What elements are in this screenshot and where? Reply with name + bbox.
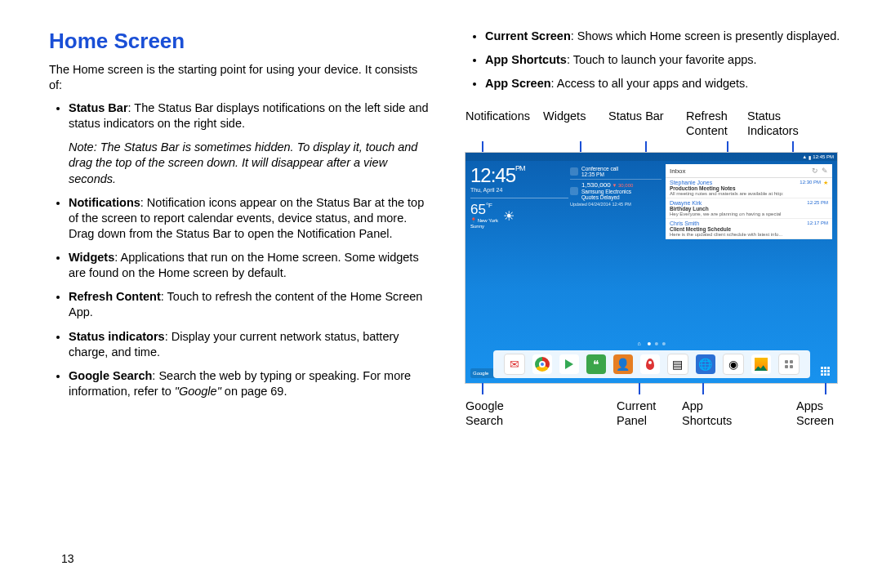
clock-time: 12:45PM <box>470 164 568 187</box>
notes-icon[interactable]: ▤ <box>667 354 688 375</box>
page-dot[interactable] <box>662 342 666 345</box>
label-apps: Apps Screen <box>796 399 834 428</box>
weather-widget[interactable]: 65°F 📍 New York Sunny ☀ <box>470 202 568 229</box>
clock-widget[interactable]: 12:45PM Thu, April 24 65°F 📍 New York Su… <box>470 164 568 229</box>
contacts-icon[interactable]: 👤 <box>613 354 633 374</box>
gallery-icon[interactable] <box>751 354 771 374</box>
intro-text: The Home screen is the starting point fo… <box>49 62 433 92</box>
clock-date: Thu, April 24 <box>470 187 568 193</box>
label-google: Google Search <box>466 399 617 428</box>
page-dot[interactable] <box>655 342 658 345</box>
inbox-message[interactable]: 12:25 PMDwayne KirkBirthday LunchHey Eve… <box>666 198 832 219</box>
status-time: 12:45 PM <box>813 154 834 159</box>
apps-drawer-icon[interactable] <box>778 354 800 375</box>
label-refresh: Refresh Content <box>686 109 747 138</box>
list-item: Status indicators: Display your current … <box>69 329 433 360</box>
sun-icon: ☀ <box>503 208 514 224</box>
page-number: 13 <box>61 552 74 565</box>
page-indicator[interactable]: ⌂ <box>637 342 665 345</box>
label-notifications: Notifications <box>466 109 543 138</box>
home-icon[interactable]: ⌂ <box>637 342 640 345</box>
label-current: Current Panel <box>617 399 682 428</box>
camera-icon[interactable]: ◉ <box>723 354 744 375</box>
page-dot[interactable] <box>648 342 651 345</box>
list-item: Google Search: Search the web by typing … <box>69 368 433 399</box>
calendar-icon <box>570 167 578 176</box>
gmail-icon[interactable]: ✉ <box>504 354 525 375</box>
list-item: Widgets: Applications that run on the Ho… <box>69 250 433 281</box>
chrome-icon[interactable] <box>532 354 552 374</box>
apps-screen-button[interactable] <box>821 367 832 378</box>
list-item: App Screen: Access to all your apps and … <box>485 76 849 91</box>
app-dock: ✉ ❝ 👤 ▤ 🌐 ◉ <box>493 350 810 378</box>
top-pointers <box>466 141 849 153</box>
label-statusbar: Status Bar <box>608 109 686 138</box>
status-bar[interactable]: ▲ ▮ 12:45 PM <box>466 153 837 161</box>
stock-icon <box>570 187 578 195</box>
label-widgets: Widgets <box>543 109 608 138</box>
inbox-title: Inbox <box>670 167 686 175</box>
inbox-message[interactable]: 12:17 PMChris SmithClient Meeting Schedu… <box>666 219 832 239</box>
refresh-icon[interactable]: ↻ <box>812 167 818 175</box>
list-item: App Shortcuts: Touch to launch your favo… <box>485 52 849 68</box>
diagram-bottom-labels: Google Search Current Panel App Shortcut… <box>466 399 849 428</box>
star-icon[interactable]: ★ <box>823 180 828 186</box>
left-bullet-list: Status Bar: The Status Bar displays noti… <box>49 100 433 131</box>
label-shortcuts: App Shortcuts <box>682 399 796 428</box>
play-store-icon[interactable] <box>559 354 579 374</box>
battery-icon: ▮ <box>808 154 811 160</box>
diagram-top-labels: Notifications Widgets Status Bar Refresh… <box>466 109 849 138</box>
compose-icon[interactable]: ✎ <box>822 167 828 175</box>
bottom-pointers <box>466 383 849 394</box>
maps-icon[interactable] <box>640 354 660 374</box>
wifi-icon: ▲ <box>802 154 807 159</box>
page-title: Home Screen <box>49 29 433 54</box>
inbox-widget[interactable]: Inbox ↻✎ ★12:30 PMStephanie JonesProduct… <box>666 164 832 239</box>
list-item: Refresh Content: Touch to refresh the co… <box>69 289 433 320</box>
inbox-message[interactable]: ★12:30 PMStephanie JonesProduction Meeti… <box>666 178 832 198</box>
list-item: Status Bar: The Status Bar displays noti… <box>69 100 433 131</box>
list-item: Current Screen: Shows which Home screen … <box>485 29 849 44</box>
right-bullet-list: Current Screen: Shows which Home screen … <box>466 29 849 91</box>
note-text: Note: The Status Bar is sometimes hidden… <box>69 140 433 186</box>
list-item: Notifications: Notification icons appear… <box>69 195 433 242</box>
label-status-ind: Status Indicators <box>747 109 799 138</box>
left-bullet-list-cont: Notifications: Notification icons appear… <box>49 195 433 399</box>
center-widget[interactable]: Conference call12:35 PM 1,530,000 ▼ 30,0… <box>570 164 662 207</box>
device-screenshot: ▲ ▮ 12:45 PM 12:45PM Thu, April 24 65°F … <box>466 153 837 383</box>
browser-icon[interactable]: 🌐 <box>696 354 715 374</box>
hangouts-icon[interactable]: ❝ <box>586 354 606 374</box>
